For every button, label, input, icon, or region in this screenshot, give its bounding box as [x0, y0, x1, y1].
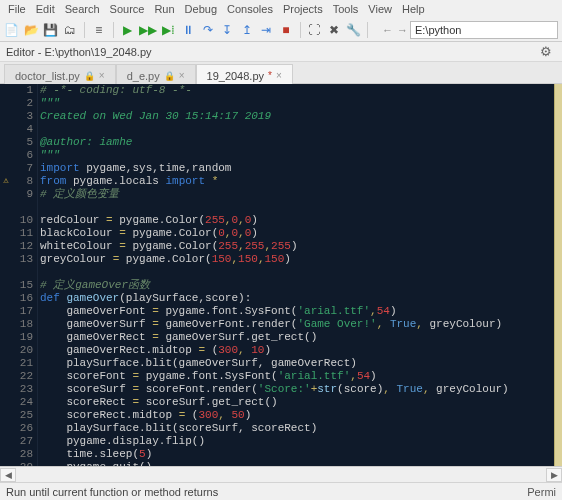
forward-icon[interactable]: → — [395, 24, 410, 36]
token: * — [212, 175, 219, 187]
token: 54 — [377, 305, 390, 317]
working-dir-input[interactable] — [410, 21, 558, 39]
scroll-track[interactable] — [16, 468, 546, 482]
code-line[interactable]: scoreRect = scoreSurf.get_rect() — [40, 396, 562, 409]
token: , — [218, 409, 231, 421]
code-line[interactable]: redColour = pygame.Color(255,0,0) — [40, 214, 562, 227]
step-into-icon[interactable]: ↧ — [220, 21, 236, 39]
code-line[interactable]: playSurface.blit(scoreSurf, scoreRect) — [40, 422, 562, 435]
marker-slot — [0, 305, 12, 318]
code-line[interactable]: gameOverSurf = gameOverFont.render('Game… — [40, 318, 562, 331]
code-line[interactable]: # -*- coding: utf-8 -*- — [40, 84, 562, 97]
code-line[interactable]: @author: iamhe — [40, 136, 562, 149]
code-line[interactable] — [40, 123, 562, 136]
run-cell-icon[interactable]: ▶▶ — [139, 21, 157, 39]
code-line[interactable]: gameOverRect.midtop = (300, 10) — [40, 344, 562, 357]
tab-d_e-py[interactable]: d_e.py🔒× — [116, 64, 196, 84]
list-icon[interactable]: ≡ — [91, 21, 107, 39]
menu-run[interactable]: Run — [150, 3, 178, 15]
code-line[interactable]: import pygame,sys,time,random — [40, 162, 562, 175]
menu-help[interactable]: Help — [398, 3, 429, 15]
code-line[interactable]: pygame.display.flip() — [40, 435, 562, 448]
scroll-right-icon[interactable]: ▶ — [546, 468, 562, 482]
marker-slot — [0, 370, 12, 383]
close-icon[interactable]: × — [99, 70, 105, 81]
code-line[interactable] — [40, 266, 562, 279]
code-line[interactable]: blackColour = pygame.Color(0,0,0) — [40, 227, 562, 240]
code-line[interactable]: scoreFont = pygame.font.SysFont('arial.t… — [40, 370, 562, 383]
debug-run-icon[interactable]: ▶⁞ — [161, 21, 177, 39]
step-out-icon[interactable]: ↥ — [239, 21, 255, 39]
menu-debug[interactable]: Debug — [181, 3, 221, 15]
back-icon[interactable]: ← — [380, 24, 395, 36]
menu-source[interactable]: Source — [106, 3, 149, 15]
editor-options-icon[interactable]: ⚙ — [536, 44, 556, 59]
menu-consoles[interactable]: Consoles — [223, 3, 277, 15]
close-icon[interactable]: × — [179, 70, 185, 81]
tools-icon[interactable]: ✖ — [326, 21, 342, 39]
token: """ — [40, 97, 60, 109]
settings-icon[interactable]: 🔧 — [346, 21, 362, 39]
code-line[interactable] — [40, 201, 562, 214]
token: @author: iamhe — [40, 136, 132, 148]
menu-file[interactable]: File — [4, 3, 30, 15]
line-number: 15 — [12, 279, 33, 292]
scroll-left-icon[interactable]: ◀ — [0, 468, 16, 482]
code-line[interactable]: Created on Wed Jan 30 15:14:17 2019 — [40, 110, 562, 123]
code-line[interactable]: # 定义颜色变量 — [40, 188, 562, 201]
code-line[interactable]: scoreRect.midtop = (300, 50) — [40, 409, 562, 422]
tab-19_2048-py[interactable]: 19_2048.py*× — [196, 64, 293, 84]
close-icon[interactable]: × — [276, 70, 282, 81]
code-line[interactable]: """ — [40, 149, 562, 162]
continue-icon[interactable]: ⇥ — [259, 21, 275, 39]
code-line[interactable]: playSurface.blit(gameOverSurf, gameOverR… — [40, 357, 562, 370]
code-editor[interactable]: ⚠ 12345678910111213151617181920212223242… — [0, 84, 562, 466]
token: 'arial.ttf' — [297, 305, 370, 317]
code-line[interactable]: greyColour = pygame.Color(150,150,150) — [40, 253, 562, 266]
marker-slot — [0, 292, 12, 305]
menu-search[interactable]: Search — [61, 3, 104, 15]
stop-icon[interactable]: ■ — [278, 21, 294, 39]
code-line[interactable]: gameOverRect = gameOverSurf.get_rect() — [40, 331, 562, 344]
open-file-icon[interactable]: 📂 — [24, 21, 40, 39]
code-line[interactable]: time.sleep(5) — [40, 448, 562, 461]
code-line[interactable]: """ — [40, 97, 562, 110]
menu-projects[interactable]: Projects — [279, 3, 327, 15]
token: """ — [40, 149, 60, 161]
code-line[interactable]: gameOverFont = pygame.font.SysFont('aria… — [40, 305, 562, 318]
marker-slot — [0, 318, 12, 331]
menu-edit[interactable]: Edit — [32, 3, 59, 15]
line-number: 10 — [12, 214, 33, 227]
marker-slot — [0, 97, 12, 110]
tab-doctor_list-py[interactable]: doctor_list.py🔒× — [4, 64, 116, 84]
line-number: 29 — [12, 461, 33, 466]
save-all-icon[interactable]: 🗂 — [63, 21, 79, 39]
token: def — [40, 292, 66, 304]
token: = — [132, 396, 145, 408]
line-number: 16 — [12, 292, 33, 305]
code-line[interactable]: from pygame.locals import * — [40, 175, 562, 188]
menu-tools[interactable]: Tools — [329, 3, 363, 15]
token: = — [152, 305, 165, 317]
status-bar: Run until current function or method ret… — [0, 482, 562, 500]
debug-icon[interactable]: ⏸ — [180, 21, 196, 39]
step-over-icon[interactable]: ↷ — [200, 21, 216, 39]
save-icon[interactable]: 💾 — [43, 21, 59, 39]
line-number — [12, 266, 33, 279]
line-number: 12 — [12, 240, 33, 253]
code-line[interactable]: pygame.quit() — [40, 461, 562, 466]
menu-view[interactable]: View — [364, 3, 396, 15]
code-area[interactable]: # -*- coding: utf-8 -*-"""Created on Wed… — [38, 84, 562, 466]
code-line[interactable]: scoreSurf = scoreFont.render('Score:'+st… — [40, 383, 562, 396]
horizontal-scrollbar[interactable]: ◀ ▶ — [0, 466, 562, 482]
new-file-icon[interactable]: 📄 — [4, 21, 20, 39]
token: 300 — [198, 409, 218, 421]
run-icon[interactable]: ▶ — [119, 21, 135, 39]
token: , — [238, 344, 251, 356]
maximize-icon[interactable]: ⛶ — [306, 21, 322, 39]
token: pygame.display.flip() — [40, 435, 205, 447]
warning-icon: ⚠ — [0, 175, 12, 188]
code-line[interactable]: whiteColour = pygame.Color(255,255,255) — [40, 240, 562, 253]
code-line[interactable]: # 定义gameOver函数 — [40, 279, 562, 292]
code-line[interactable]: def gameOver(playSurface,score): — [40, 292, 562, 305]
